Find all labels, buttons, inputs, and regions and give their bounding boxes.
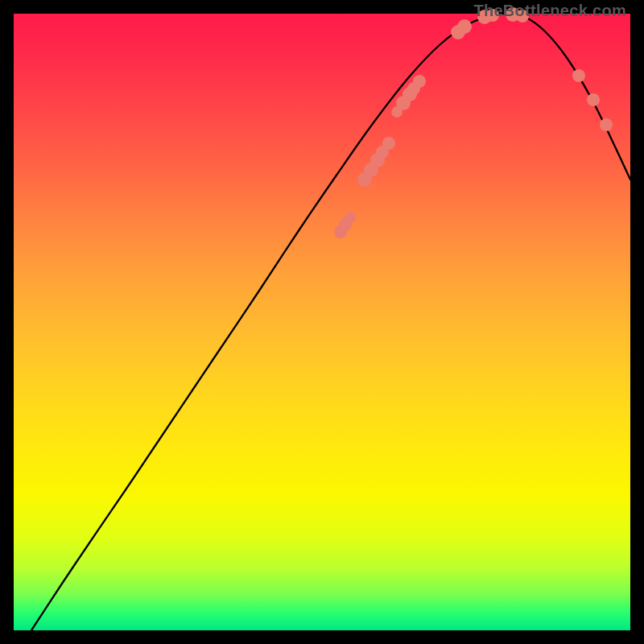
highlight-dot xyxy=(413,75,426,88)
highlight-dot xyxy=(572,69,585,82)
highlight-dots-group xyxy=(334,7,613,238)
highlight-dot xyxy=(600,118,613,131)
highlight-dot xyxy=(382,137,395,150)
highlight-dot xyxy=(345,212,356,223)
watermark-text: TheBottleneck.com xyxy=(473,2,626,20)
bottleneck-curve xyxy=(31,14,630,630)
chart-overlay xyxy=(14,14,630,630)
highlight-dot xyxy=(457,19,472,34)
highlight-dot xyxy=(587,93,600,106)
